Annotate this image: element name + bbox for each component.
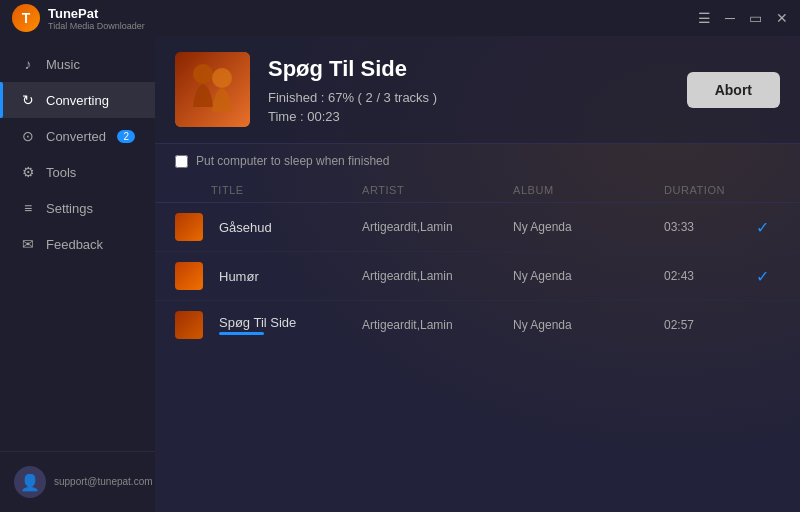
sidebar-item-converted[interactable]: ⊙ Converted 2 bbox=[0, 118, 155, 154]
row-title: Spøg Til Side bbox=[211, 315, 362, 335]
sidebar-label-tools: Tools bbox=[46, 165, 76, 180]
sidebar-item-converting[interactable]: ↻ Converting bbox=[0, 82, 155, 118]
window-controls: ☰ ─ ▭ ✕ bbox=[698, 11, 788, 25]
minimize-button[interactable]: ─ bbox=[725, 11, 735, 25]
row-artist: Artigeardit,Lamin bbox=[362, 269, 513, 283]
row-title: Gåsehud bbox=[211, 220, 362, 235]
col-duration: DURATION bbox=[664, 184, 744, 196]
sidebar-nav: ♪ Music ↻ Converting ⊙ Converted 2 ⚙ Too… bbox=[0, 36, 155, 451]
feedback-icon: ✉ bbox=[20, 236, 36, 252]
content-area: Spøg Til Side Finished : 67% ( 2 / 3 tra… bbox=[155, 36, 800, 512]
app-name: TunePat bbox=[48, 6, 145, 21]
album-art-inner bbox=[175, 52, 250, 127]
sidebar-label-feedback: Feedback bbox=[46, 237, 103, 252]
avatar: 👤 bbox=[14, 466, 46, 498]
converting-header: Spøg Til Side Finished : 67% ( 2 / 3 tra… bbox=[155, 36, 800, 144]
sidebar-footer: 👤 support@tunepat.com bbox=[0, 451, 155, 512]
row-duration: 03:33 bbox=[664, 220, 744, 234]
row-album: Ny Agenda bbox=[513, 269, 664, 283]
support-email: support@tunepat.com bbox=[54, 475, 153, 489]
svg-point-1 bbox=[193, 64, 213, 84]
abort-button[interactable]: Abort bbox=[687, 72, 780, 108]
track-info: Spøg Til Side Finished : 67% ( 2 / 3 tra… bbox=[268, 56, 669, 124]
music-icon: ♪ bbox=[20, 56, 36, 72]
row-check: ✓ bbox=[744, 267, 780, 286]
main-layout: ♪ Music ↻ Converting ⊙ Converted 2 ⚙ Too… bbox=[0, 36, 800, 512]
badge-converted: 2 bbox=[117, 130, 135, 143]
maximize-button[interactable]: ▭ bbox=[749, 11, 762, 25]
sidebar-label-converting: Converting bbox=[46, 93, 109, 108]
table-row: Humør Artigeardit,Lamin Ny Agenda 02:43 … bbox=[155, 252, 800, 301]
row-duration: 02:43 bbox=[664, 269, 744, 283]
svg-point-2 bbox=[212, 68, 232, 88]
row-album: Ny Agenda bbox=[513, 318, 664, 332]
row-thumb bbox=[175, 262, 203, 290]
menu-icon[interactable]: ☰ bbox=[698, 11, 711, 25]
table-row: Gåsehud Artigeardit,Lamin Ny Agenda 03:3… bbox=[155, 203, 800, 252]
track-table: TITLE ARTIST ALBUM DURATION Gåsehud Arti… bbox=[155, 178, 800, 512]
sleep-row: Put computer to sleep when finished bbox=[155, 144, 800, 178]
table-row: Spøg Til Side Artigeardit,Lamin Ny Agend… bbox=[155, 301, 800, 349]
album-art-svg bbox=[175, 52, 250, 127]
settings-icon: ≡ bbox=[20, 200, 36, 216]
sidebar-label-converted: Converted bbox=[46, 129, 106, 144]
app-branding: T TunePat Tidal Media Downloader bbox=[12, 4, 145, 32]
app-subtitle: Tidal Media Downloader bbox=[48, 21, 145, 31]
table-header: TITLE ARTIST ALBUM DURATION bbox=[155, 178, 800, 203]
titlebar: T TunePat Tidal Media Downloader ☰ ─ ▭ ✕ bbox=[0, 0, 800, 36]
progress-bar bbox=[219, 332, 264, 335]
sidebar-item-settings[interactable]: ≡ Settings bbox=[0, 190, 155, 226]
app-logo: T bbox=[12, 4, 40, 32]
svg-rect-0 bbox=[175, 52, 250, 127]
track-title: Spøg Til Side bbox=[268, 56, 669, 82]
row-title: Humør bbox=[211, 269, 362, 284]
row-check: ✓ bbox=[744, 218, 780, 237]
row-duration: 02:57 bbox=[664, 318, 744, 332]
col-album: ALBUM bbox=[513, 184, 664, 196]
col-status bbox=[744, 184, 780, 196]
converting-icon: ↻ bbox=[20, 92, 36, 108]
sidebar-item-music[interactable]: ♪ Music bbox=[0, 46, 155, 82]
row-album: Ny Agenda bbox=[513, 220, 664, 234]
sidebar-item-feedback[interactable]: ✉ Feedback bbox=[0, 226, 155, 262]
row-thumb bbox=[175, 213, 203, 241]
tools-icon: ⚙ bbox=[20, 164, 36, 180]
sidebar-label-music: Music bbox=[46, 57, 80, 72]
row-artist: Artigeardit,Lamin bbox=[362, 220, 513, 234]
converted-icon: ⊙ bbox=[20, 128, 36, 144]
close-button[interactable]: ✕ bbox=[776, 11, 788, 25]
sidebar-label-settings: Settings bbox=[46, 201, 93, 216]
col-artist: ARTIST bbox=[362, 184, 513, 196]
sidebar: ♪ Music ↻ Converting ⊙ Converted 2 ⚙ Too… bbox=[0, 36, 155, 512]
col-title: TITLE bbox=[211, 184, 362, 196]
app-name-block: TunePat Tidal Media Downloader bbox=[48, 6, 145, 31]
track-progress: Finished : 67% ( 2 / 3 tracks ) bbox=[268, 90, 669, 105]
sleep-checkbox[interactable] bbox=[175, 155, 188, 168]
track-time: Time : 00:23 bbox=[268, 109, 669, 124]
album-art bbox=[175, 52, 250, 127]
row-thumb bbox=[175, 311, 203, 339]
row-artist: Artigeardit,Lamin bbox=[362, 318, 513, 332]
sleep-label: Put computer to sleep when finished bbox=[196, 154, 389, 168]
sidebar-item-tools[interactable]: ⚙ Tools bbox=[0, 154, 155, 190]
col-thumb bbox=[175, 184, 211, 196]
